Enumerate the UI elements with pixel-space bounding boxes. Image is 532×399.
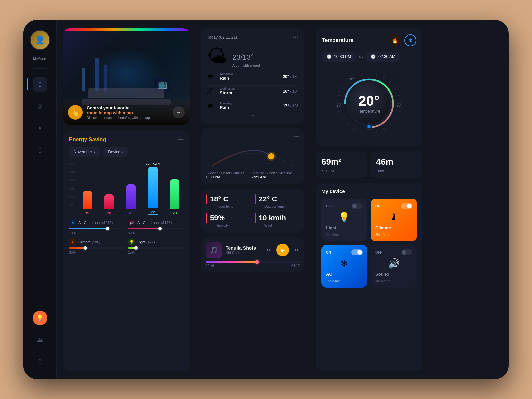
svg-text:10°: 10°: [337, 104, 341, 107]
sidebar-item-home[interactable]: ⬡: [33, 77, 47, 92]
svg-line-14: [338, 111, 342, 112]
stat-time: 46m Time: [371, 151, 422, 178]
filter-device[interactable]: Device: [103, 147, 128, 157]
sidebar-item-security[interactable]: ✦: [33, 121, 47, 136]
sidebar-item-light[interactable]: 💡: [33, 311, 47, 325]
music-progress[interactable]: 02:16 04:17: [206, 261, 300, 268]
ac-device-time: 1hr 29min: [326, 279, 363, 283]
device-card-ac-top: ON: [326, 249, 363, 255]
ac-toggle-knob: [357, 250, 362, 255]
humidity-bar: [206, 213, 207, 223]
forecast-expand[interactable]: ⌄: [207, 111, 298, 118]
forecast-temps-wednesday: 16° / 10°: [283, 89, 298, 94]
svg-line-6: [389, 123, 391, 126]
climate-status: ON: [375, 204, 380, 208]
svg-point-34: [367, 125, 371, 128]
forecast-temps-thursday: 17° / 13°: [283, 104, 298, 108]
room-arrow-button[interactable]: →: [173, 106, 185, 118]
music-next[interactable]: ⏭: [294, 247, 300, 253]
schedule-end-pill[interactable]: 🕑 02:30 AM: [366, 52, 400, 62]
bar-19[interactable]: 19: [78, 162, 96, 215]
wind-bar: [255, 213, 256, 223]
light-toggle[interactable]: [351, 203, 363, 209]
weather-main: 🌤 23/13° A sun with a cool: [207, 45, 298, 67]
sound-toggle[interactable]: [401, 249, 412, 255]
outdoor-temp: 22° C Outdoor temp: [255, 194, 299, 208]
climate-device-icon: 🌡: [375, 212, 412, 223]
heat-button[interactable]: 🔥: [389, 34, 401, 46]
sidebar: 👤 Mr.Vitaliy ⬡ ◎ ✦ ⬡ 💡 ⛰ ⬡: [23, 20, 57, 379]
cool-button[interactable]: ❄: [404, 34, 416, 46]
device-row-light: 💡 Light ($72) 15%: [128, 238, 184, 254]
svg-line-8: [376, 131, 377, 134]
sidebar-item-devices[interactable]: ◎: [33, 99, 47, 114]
sound-device-time: 4hr 02min: [375, 279, 412, 283]
thermostat-wrapper[interactable]: 20° 10° 30°: [322, 67, 416, 140]
music-art: 🎵: [206, 242, 222, 258]
music-play-button[interactable]: ▶: [276, 244, 289, 256]
room-cta-title: Control your favorite room in-app with a…: [87, 105, 150, 115]
bar-20[interactable]: 20: [100, 162, 118, 215]
bar-21[interactable]: 21: [122, 162, 140, 215]
temp-title: Temperature: [322, 37, 354, 43]
svg-line-17: [342, 88, 345, 89]
indoor-temp-label: Indoor temp: [216, 205, 250, 208]
sidebar-item-grid[interactable]: ⬡: [33, 143, 47, 158]
svg-line-12: [347, 123, 349, 126]
music-prev[interactable]: ⏮: [266, 247, 271, 253]
filter-november[interactable]: November: [69, 147, 100, 157]
energy-card: Energy Saving ••• November Device $300 $…: [63, 131, 190, 371]
my-device-menu[interactable]: ⠿⠿: [411, 189, 417, 194]
sidebar-divider: [33, 68, 47, 69]
indoor-bar-temp: [206, 194, 207, 204]
music-current-time: 02:16: [206, 264, 214, 268]
sidebar-item-landscape[interactable]: ⛰: [33, 332, 47, 347]
device-row-climate: 🌡 Climate ($86) 30%: [69, 238, 125, 254]
ac-device-name: AC: [326, 272, 363, 277]
energy-title: Energy Saving: [69, 137, 106, 143]
stat-area: 69m² First flor: [316, 151, 367, 178]
bar-underline: [148, 214, 158, 215]
schedule-start-pill[interactable]: 🕙 10:30 PM: [322, 52, 356, 62]
my-device-header: My device ⠿⠿: [321, 188, 417, 194]
sun-menu-right[interactable]: •••: [293, 134, 299, 140]
sidebar-item-home-wrapper: ⬡: [33, 77, 47, 92]
avatar[interactable]: 👤: [30, 30, 50, 50]
svg-line-4: [396, 111, 400, 112]
ac-toggle[interactable]: [351, 249, 363, 255]
ac-device-icon: ❄: [326, 258, 363, 269]
bar-22[interactable]: 32.7 KWH 22: [144, 162, 162, 215]
device-rows: ❄ Air Conditions ($216) 70% 🔊 Air Condit…: [69, 219, 184, 254]
light-icon: 💡: [128, 238, 135, 246]
device-row-ac: ❄ Air Conditions ($216) 70%: [69, 219, 125, 235]
wind-stat: 10 km/h Wind: [255, 213, 299, 227]
energy-menu[interactable]: •••: [178, 137, 184, 143]
weather-forecast: 🌧 Tomorrow Rain 20° / 18° ⛈ Wednesday St…: [207, 71, 298, 111]
temp-control-card: Temperature 🔥 ❄ 🕙 10:30 PM to 🕑 02:30 AM: [316, 28, 422, 146]
stat-area-label: First flor: [321, 168, 362, 172]
svg-text:30°: 30°: [397, 104, 401, 107]
building1: [82, 68, 85, 91]
device-card-sound-top: OFF: [375, 249, 412, 255]
outdoor-temp-label: Outdoor temp: [264, 205, 299, 208]
speaker-progress: [128, 228, 184, 229]
sidebar-item-store[interactable]: ⬡: [33, 354, 47, 369]
fingerprint-button[interactable]: 👆: [68, 105, 83, 120]
weather-menu[interactable]: •••: [293, 34, 298, 40]
weather-date: Today (02.11.21): [207, 35, 237, 40]
music-total-time: 04:17: [291, 264, 300, 268]
bar-23[interactable]: 23: [166, 162, 184, 215]
stats-row: 69m² First flor 46m Time: [316, 151, 422, 178]
svg-line-7: [383, 128, 385, 131]
weather-icon: 🌤: [207, 46, 227, 66]
weather-card: Today (02.11.21) ••• 🌤 23/13° A sun with…: [201, 28, 304, 124]
forecast-tomorrow: 🌧 Tomorrow Rain 20° / 18°: [207, 71, 298, 82]
climate-toggle[interactable]: [401, 203, 412, 209]
sun-card-header: ••• •••: [206, 134, 299, 140]
device-card-climate-top: ON: [375, 203, 412, 209]
svg-line-20: [361, 73, 362, 76]
sun-arc: [206, 143, 299, 170]
svg-line-5: [394, 118, 397, 119]
device-card-sound: OFF 🔊 Sound 4hr 02min: [371, 245, 417, 288]
humidity-value: 59%: [210, 214, 225, 222]
